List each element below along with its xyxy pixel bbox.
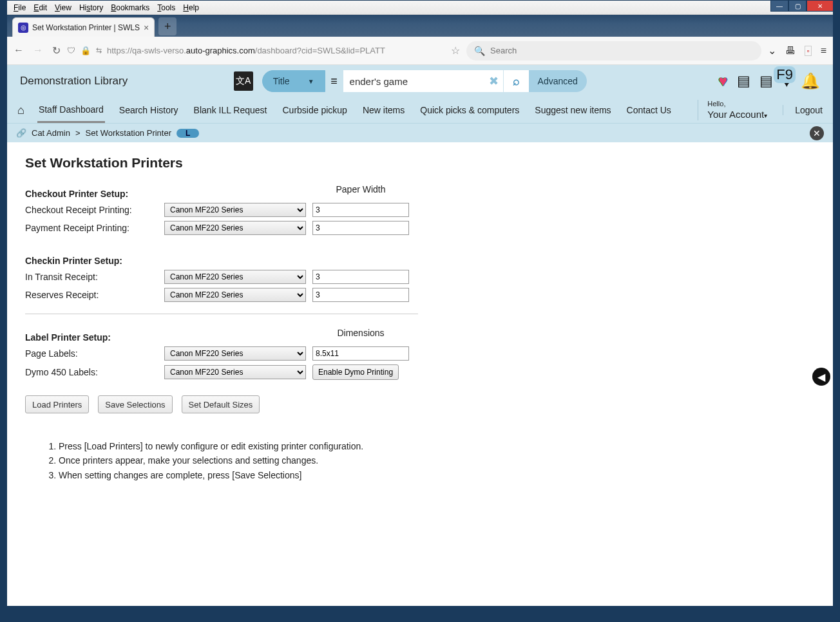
nav-contact[interactable]: Contact Us — [625, 99, 673, 122]
payment-printer-select[interactable]: Canon MF220 Series — [164, 221, 306, 235]
nav-new-items[interactable]: New items — [361, 99, 406, 122]
print-icon[interactable]: 🖶 — [785, 45, 796, 57]
notifications-bell-icon[interactable]: 🔔 — [801, 72, 820, 90]
nav-blank-ill[interactable]: Blank ILL Request — [193, 99, 269, 122]
breadcrumb: 🔗 Cat Admin > Set Workstation Printer L … — [7, 123, 833, 142]
nav-search-history[interactable]: Search History — [118, 99, 180, 122]
catalog-search-input[interactable] — [343, 70, 485, 92]
url-text: https://qa-swls-verso.auto-graphics.com/… — [107, 46, 385, 55]
checkout-receipt-label: Checkout Receipt Printing: — [25, 205, 158, 215]
page-labels-label: Page Labels: — [25, 348, 158, 359]
library-name: Demonstration Library — [20, 75, 128, 88]
close-breadcrumb-icon[interactable]: ✕ — [810, 126, 824, 140]
browser-search[interactable]: 🔍 — [466, 41, 761, 61]
nav-forward-icon[interactable]: → — [33, 44, 43, 57]
menu-tools[interactable]: Tools — [153, 2, 179, 14]
lock-icon[interactable]: 🔒 — [81, 46, 91, 55]
menu-help[interactable]: Help — [179, 2, 203, 14]
side-panel-collapse-icon[interactable]: ◀ — [812, 368, 830, 386]
breadcrumb-parent[interactable]: Cat Admin — [32, 128, 70, 138]
favicon-icon: ◎ — [18, 23, 28, 33]
save-selections-button[interactable]: Save Selections — [98, 395, 172, 413]
clear-query-icon[interactable]: ✖ — [485, 70, 503, 92]
pocket-icon[interactable]: ⌄ — [768, 44, 776, 57]
translate-icon[interactable]: 文A — [234, 71, 253, 91]
reserves-width-input[interactable] — [312, 288, 409, 302]
app-header: Demonstration Library 文A Title ▼ ≡ ✖ ⌕ A… — [7, 65, 833, 97]
reserves-printer-select[interactable]: Canon MF220 Series — [164, 288, 306, 302]
intransit-label: In Transit Receipt: — [25, 272, 158, 282]
nav-suggest[interactable]: Suggest new items — [533, 99, 612, 122]
checkout-printer-select[interactable]: Canon MF220 Series — [164, 203, 306, 217]
load-printers-button[interactable]: Load Printers — [25, 395, 89, 413]
browser-search-input[interactable] — [490, 46, 754, 55]
tab-close-icon[interactable]: × — [144, 23, 149, 33]
page-labels-dim-input[interactable] — [312, 346, 409, 361]
new-tab-button[interactable]: + — [158, 17, 177, 35]
os-menubar: File Edit View History Bookmarks Tools H… — [7, 1, 833, 15]
kids-catalog-icon[interactable]: ▤ — [737, 73, 750, 90]
instruction-2: Once printers appear, make your selectio… — [59, 453, 815, 467]
nav-staff-dashboard[interactable]: Staff Dashboard — [37, 98, 105, 123]
breadcrumb-badge: L — [177, 129, 199, 138]
chevron-down-icon: ▾ — [764, 112, 767, 119]
window-minimize-button[interactable]: — — [770, 0, 788, 12]
enable-dymo-button[interactable]: Enable Dymo Printing — [312, 364, 399, 380]
window-close-button[interactable]: ✕ — [807, 0, 834, 12]
page-title: Set Workstation Printers — [25, 155, 815, 171]
instruction-3: When setting changes are complete, press… — [59, 468, 815, 482]
label-section-head: Label Printer Setup: — [25, 332, 158, 343]
instruction-1: Press [Load Printers] to newly configure… — [59, 439, 815, 453]
window-maximize-button[interactable]: ▢ — [788, 0, 807, 12]
hamburger-menu-icon[interactable]: ≡ — [821, 45, 826, 57]
dimensions-header: Dimensions — [312, 328, 409, 341]
paper-width-header: Paper Width — [312, 184, 409, 197]
nav-curbside[interactable]: Curbside pickup — [282, 99, 348, 122]
database-icon[interactable]: ≡ — [325, 70, 343, 92]
main-nav: ⌂ Staff Dashboard Search History Blank I… — [7, 97, 833, 123]
intransit-printer-select[interactable]: Canon MF220 Series — [164, 270, 306, 284]
bookmark-star-icon[interactable]: ☆ — [451, 44, 460, 57]
menu-history[interactable]: History — [75, 2, 107, 14]
f9-badge: F9 — [774, 66, 796, 83]
favorites-heart-icon[interactable]: ♥F9 — [782, 71, 792, 91]
nav-quick-picks[interactable]: Quick picks & computers — [419, 99, 520, 122]
home-icon[interactable]: ⌂ — [17, 104, 24, 117]
tab-strip: ◎ Set Workstation Printer | SWLS × + — [7, 15, 833, 37]
search-icon: 🔍 — [474, 46, 485, 56]
payment-width-input[interactable] — [312, 221, 409, 235]
menu-bookmarks[interactable]: Bookmarks — [107, 2, 153, 14]
address-bar[interactable]: 🛡 🔒 ⇆ https://qa-swls-verso.auto-graphic… — [67, 44, 460, 57]
menu-view[interactable]: View — [51, 2, 75, 14]
checkin-section-head: Checkin Printer Setup: — [25, 256, 158, 266]
page-labels-printer-select[interactable]: Canon MF220 Series — [164, 346, 306, 361]
nav-reload-icon[interactable]: ↻ — [52, 44, 61, 57]
instructions: Press [Load Printers] to newly configure… — [46, 439, 815, 482]
permissions-icon[interactable]: ⇆ — [96, 46, 102, 55]
checkout-section-head: Checkout Printer Setup: — [25, 189, 158, 199]
checkout-width-input[interactable] — [312, 203, 409, 217]
balloon-icon[interactable]: ♥ — [718, 72, 727, 90]
logout-link[interactable]: Logout — [783, 105, 823, 115]
divider — [25, 314, 418, 314]
catalog-search-group: 文A Title ▼ ≡ ✖ ⌕ Advanced — [234, 70, 587, 92]
intransit-width-input[interactable] — [312, 270, 409, 284]
search-type-dropdown[interactable]: Title ▼ — [262, 70, 325, 92]
link-icon: 🔗 — [16, 128, 26, 138]
dymo-printer-select[interactable]: Canon MF220 Series — [164, 365, 306, 379]
account-dropdown[interactable]: Hello, Your Account▾ — [698, 100, 767, 120]
set-default-sizes-button[interactable]: Set Default Sizes — [182, 395, 260, 413]
shield-icon[interactable]: 🛡 — [67, 46, 75, 55]
browser-toolbar: ← → ↻ 🛡 🔒 ⇆ https://qa-swls-verso.auto-g… — [7, 37, 833, 65]
extension-icon[interactable]: ▫ — [805, 46, 811, 56]
dymo-labels-label: Dymo 450 Labels: — [25, 367, 158, 377]
nav-back-icon[interactable]: ← — [14, 44, 24, 57]
menu-edit[interactable]: Edit — [30, 2, 51, 14]
search-button-icon[interactable]: ⌕ — [503, 70, 529, 92]
browser-tab[interactable]: ◎ Set Workstation Printer | SWLS × — [12, 17, 155, 37]
list-icon[interactable]: ▤ — [759, 73, 773, 90]
payment-receipt-label: Payment Receipt Printing: — [25, 223, 158, 233]
menu-file[interactable]: File — [10, 2, 30, 14]
breadcrumb-current: Set Workstation Printer — [86, 128, 171, 138]
advanced-search-button[interactable]: Advanced — [529, 70, 587, 92]
